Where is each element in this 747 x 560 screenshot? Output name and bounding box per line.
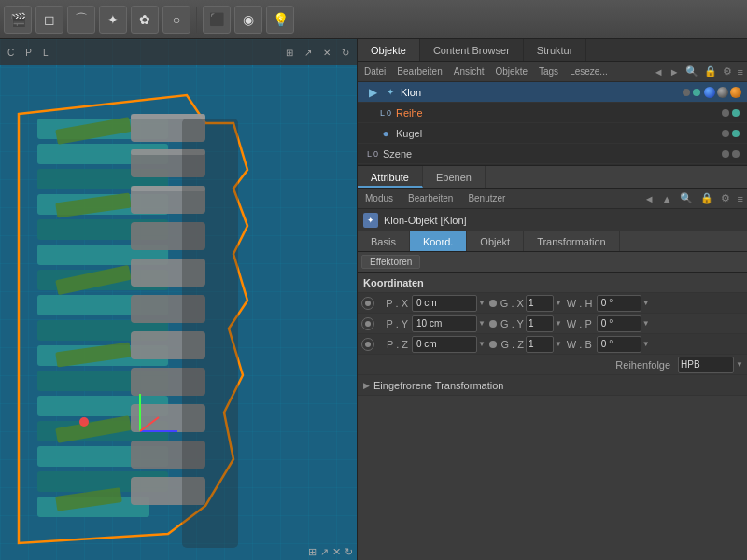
ball-2 [717, 87, 728, 98]
py-g-arrow[interactable]: ▼ [554, 319, 563, 328]
toolbar-icon-film[interactable]: 🎬 [4, 6, 32, 34]
tab-struktur[interactable]: Struktur [524, 39, 587, 61]
effektoren-bar: Effektoren [358, 252, 747, 273]
py-radio[interactable] [361, 317, 374, 330]
vp-bottom-btn[interactable]: ⊞ [308, 546, 317, 558]
menu-datei[interactable]: Datei [361, 65, 388, 77]
tree-item-kugel[interactable]: ● Kugel [358, 123, 747, 144]
reihenfolge-select[interactable]: HPB PHB BPH [678, 357, 734, 373]
menu-objekte[interactable]: Objekte [493, 65, 530, 77]
tree-item-klon[interactable]: ▶ ✦ Klon [358, 82, 747, 103]
sub-tab-objekt[interactable]: Objekt [467, 231, 524, 251]
vp-nav-rotate[interactable]: ↻ [338, 47, 353, 59]
eingefrorene-expand-icon: ▶ [363, 381, 370, 390]
secondary-toolbar: Datei Bearbeiten Ansicht Objekte Tags Le… [358, 62, 747, 82]
tab-objekte[interactable]: Objekte [358, 39, 420, 61]
effektoren-btn[interactable]: Effektoren [361, 255, 420, 269]
koordinaten-title: Koordinaten [363, 277, 424, 288]
benutzer-btn[interactable]: Benutzer [464, 192, 509, 204]
attr-tab-ebenen[interactable]: Ebenen [423, 166, 486, 188]
pz-radio[interactable] [361, 338, 374, 351]
arrow-up-icon[interactable]: ▲ [662, 193, 672, 204]
dot-1 [722, 109, 729, 117]
menu-lesezeichen[interactable]: Leseze... [567, 65, 611, 77]
pz-g-input[interactable] [526, 336, 554, 353]
mode-btn[interactable]: Modus [361, 192, 397, 204]
sub-tab-basis[interactable]: Basis [358, 231, 410, 251]
icon-lock[interactable]: 🔒 [704, 65, 717, 77]
bearbeiten-btn[interactable]: Bearbeiten [404, 192, 457, 204]
more-icon[interactable]: ≡ [738, 193, 743, 204]
toolbar-icon-scene[interactable]: ⬛ [203, 6, 231, 34]
px-deg-input[interactable] [597, 295, 641, 312]
tab-content-browser[interactable]: Content Browser [420, 39, 524, 61]
pz-g-arrow[interactable]: ▼ [554, 340, 563, 348]
py-deg-arrow[interactable]: ▼ [641, 319, 651, 328]
reihe-label: Reihe [396, 107, 722, 119]
pz-deg-arrow[interactable]: ▼ [641, 340, 651, 348]
vp-btn-2[interactable]: P [21, 47, 35, 59]
px-radio[interactable] [361, 297, 374, 310]
right-panel: Objekte Content Browser Struktur Datei B… [358, 39, 747, 560]
icon-more[interactable]: ≡ [738, 66, 743, 77]
vp-btn-1[interactable]: C [4, 47, 18, 59]
kugel-dots [722, 130, 740, 137]
dot-2 [732, 109, 740, 117]
dot-2 [732, 130, 740, 137]
vp-nav-close[interactable]: ✕ [319, 47, 334, 59]
icon-settings[interactable]: ⚙ [723, 65, 732, 77]
toolbar-icon-light[interactable]: 💡 [266, 6, 294, 34]
vp-nav-arrow[interactable]: ↗ [301, 47, 316, 59]
attr-tab-attribute[interactable]: Attribute [358, 166, 423, 188]
toolbar-icon-subdivide[interactable]: ✦ [99, 6, 127, 34]
menu-tags[interactable]: Tags [536, 65, 561, 77]
settings-icon[interactable]: ⚙ [721, 192, 730, 204]
toolbar-icon-flower[interactable]: ✿ [131, 6, 159, 34]
arrow-left-icon[interactable]: ◄ [644, 193, 655, 204]
icon-right-arrow[interactable]: ► [669, 66, 680, 77]
pz-down-arrow[interactable]: ▼ [477, 340, 486, 348]
sub-tab-koord[interactable]: Koord. [410, 231, 467, 251]
toolbar-icon-curve[interactable]: ⌒ [67, 6, 95, 34]
vp-bottom-rotate[interactable]: ↻ [345, 546, 353, 558]
klon-expand-icon: ▶ [365, 85, 380, 100]
reihenfolge-row: Reihenfolge HPB PHB BPH ▼ [358, 355, 747, 375]
py-input[interactable] [412, 315, 477, 332]
toolbar-icon-cube[interactable]: ◻ [35, 6, 63, 34]
obj-header: ✦ Klon-Objekt [Klon] [358, 209, 747, 231]
eingefrorene-row[interactable]: ▶ Eingefrorene Transformation [358, 375, 747, 396]
px-down-arrow[interactable]: ▼ [477, 299, 486, 307]
px-input[interactable] [412, 295, 477, 312]
menu-ansicht[interactable]: Ansicht [451, 65, 487, 77]
py-deg-input[interactable] [597, 315, 641, 332]
attr-toolbar: Modus Bearbeiten Benutzer ◄ ▲ 🔍 🔒 ⚙ ≡ [358, 189, 747, 209]
px-deg-arrow[interactable]: ▼ [641, 299, 651, 307]
vp-bottom-arrows[interactable]: ↗ [320, 546, 329, 558]
tree-item-szene[interactable]: L 0 Szene [358, 144, 747, 164]
vp-nav-grid[interactable]: ⊞ [282, 47, 297, 59]
py-label: P . Y [378, 318, 412, 329]
tree-item-reihe[interactable]: L 0 Reihe [358, 103, 747, 123]
search-icon[interactable]: 🔍 [680, 192, 693, 204]
px-g-input[interactable] [526, 295, 554, 312]
toolbar-icon-sphere[interactable]: ○ [162, 6, 190, 34]
icon-search[interactable]: 🔍 [685, 65, 698, 77]
icon-left-arrow[interactable]: ◄ [654, 66, 664, 77]
lock-icon[interactable]: 🔒 [700, 192, 713, 204]
szene-label: Szene [383, 148, 722, 160]
pz-deg-input[interactable] [597, 336, 641, 353]
py-g-input[interactable] [526, 315, 554, 332]
toolbar-icon-toggle[interactable]: ◉ [234, 6, 262, 34]
py-g-label: G . Y [500, 318, 526, 329]
vp-btn-3[interactable]: L [39, 47, 52, 59]
py-down-arrow[interactable]: ▼ [477, 319, 486, 328]
px-g-label: G . X [500, 298, 526, 309]
sub-tab-transformation[interactable]: Transformation [524, 231, 620, 251]
szene-dots [722, 150, 740, 158]
px-g-arrow[interactable]: ▼ [554, 299, 563, 307]
pz-input[interactable] [412, 336, 477, 353]
klon-label: Klon [401, 87, 683, 98]
obj-title: Klon-Objekt [Klon] [384, 215, 467, 226]
vp-bottom-x[interactable]: ✕ [332, 546, 341, 558]
menu-bearbeiten[interactable]: Bearbeiten [394, 65, 444, 77]
